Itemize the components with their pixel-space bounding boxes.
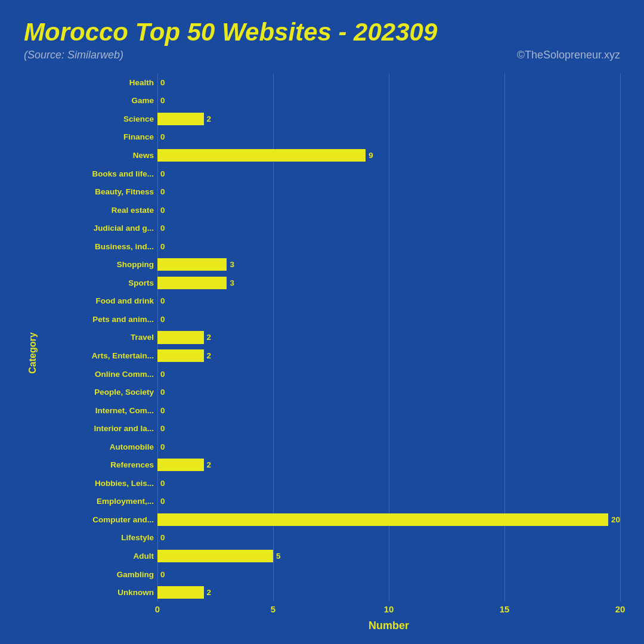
grid-line	[504, 493, 505, 511]
grid-line	[389, 255, 389, 274]
grid-line	[620, 456, 621, 474]
grid-line	[389, 547, 389, 565]
category-label: Science	[44, 114, 157, 123]
grid-line	[157, 438, 158, 456]
grid-line	[389, 529, 389, 547]
grid-line	[504, 274, 505, 292]
grid-line	[620, 401, 621, 420]
bar-value-zero: 0	[160, 206, 165, 215]
bar-value-zero: 0	[160, 78, 165, 87]
category-label: Automobile	[44, 442, 157, 451]
bar-value-zero: 0	[160, 169, 165, 178]
bar	[157, 113, 204, 125]
grid-line	[620, 438, 621, 456]
bar-value: 2	[207, 460, 212, 469]
grid-line	[157, 529, 158, 547]
chart-content: Health0Game0Science2Finance0News9Books a…	[44, 73, 620, 632]
grid-line	[504, 383, 505, 401]
bar-value: 5	[276, 552, 281, 561]
bar-row: Business, ind...0	[44, 237, 620, 256]
grid-line	[273, 92, 274, 110]
grid-line	[620, 146, 621, 165]
bar-track: 2	[157, 329, 620, 347]
category-label: References	[44, 460, 157, 469]
category-label: Pets and anim...	[44, 315, 157, 324]
category-label: Health	[44, 78, 157, 87]
grid-line	[157, 73, 158, 92]
grid-line	[389, 128, 389, 147]
bar-value-zero: 0	[160, 187, 165, 196]
bar	[157, 550, 273, 562]
grid-line	[273, 419, 274, 438]
bar-track: 0	[157, 529, 620, 547]
grid-line	[389, 237, 389, 256]
bar-track: 9	[157, 146, 620, 165]
bar	[157, 277, 227, 289]
grid-line	[389, 201, 389, 219]
bar-row: Shopping3	[44, 255, 620, 274]
bar-value: 2	[207, 351, 212, 360]
x-axis-area: 05101520 Number	[157, 604, 620, 632]
bar-row: Pets and anim...0	[44, 310, 620, 329]
grid-line	[504, 146, 505, 165]
grid-line	[157, 237, 158, 256]
grid-line	[389, 73, 389, 92]
bar-track: 3	[157, 255, 620, 274]
bar-row: Finance0	[44, 128, 620, 147]
category-label: Judicial and g...	[44, 224, 157, 233]
grid-line	[157, 182, 158, 201]
grid-line	[389, 329, 389, 347]
grid-line	[273, 438, 274, 456]
category-label: Game	[44, 96, 157, 105]
grid-line	[504, 182, 505, 201]
category-label: Computer and...	[44, 515, 157, 524]
category-label: Arts, Entertain...	[44, 351, 157, 360]
bar-row: Adult5	[44, 547, 620, 565]
category-label: Unknown	[44, 588, 157, 597]
grid-line	[620, 547, 621, 565]
bar-row: Real estate0	[44, 201, 620, 219]
bar-row: Online Comm...0	[44, 365, 620, 383]
grid-line	[620, 529, 621, 547]
bar-row: References2	[44, 456, 620, 474]
grid-line	[273, 365, 274, 383]
bar-track: 0	[157, 201, 620, 219]
bar-track: 0	[157, 92, 620, 110]
category-label: Books and life...	[44, 169, 157, 178]
bar-row: Interior and Ia...0	[44, 419, 620, 438]
grid-line	[620, 383, 621, 401]
bar-track: 5	[157, 547, 620, 565]
category-label: Business, ind...	[44, 242, 157, 251]
grid-line	[157, 310, 158, 329]
grid-line	[620, 365, 621, 383]
bar-row: Arts, Entertain...2	[44, 346, 620, 365]
grid-line	[389, 565, 389, 584]
bar-row: Employment,...0	[44, 493, 620, 511]
bar-track: 2	[157, 346, 620, 365]
grid-line	[157, 365, 158, 383]
grid-line	[273, 292, 274, 311]
y-axis-label-container: Category	[24, 73, 42, 632]
grid-line	[389, 583, 389, 602]
grid-line	[504, 547, 505, 565]
bar-value: 20	[611, 515, 620, 524]
grid-line	[157, 383, 158, 401]
bar-value-zero: 0	[160, 224, 165, 233]
bar-track: 0	[157, 419, 620, 438]
grid-line	[504, 219, 505, 237]
grid-line	[620, 474, 621, 493]
grid-line	[157, 219, 158, 237]
grid-line	[157, 565, 158, 584]
grid-line	[504, 201, 505, 219]
category-label: Employment,...	[44, 497, 157, 506]
bar-value-zero: 0	[160, 479, 165, 488]
bar	[157, 258, 227, 271]
grid-line	[504, 329, 505, 347]
grid-line	[389, 419, 389, 438]
bar-track: 0	[157, 565, 620, 584]
bar-track: 0	[157, 383, 620, 401]
grid-line	[389, 219, 389, 237]
grid-line	[620, 292, 621, 311]
bar-value-zero: 0	[160, 242, 165, 251]
grid-line	[273, 346, 274, 365]
